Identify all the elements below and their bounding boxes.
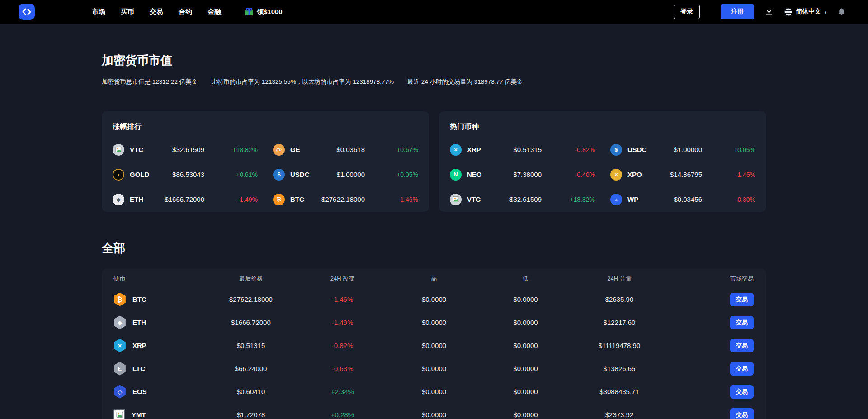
coin-price: $14.86795 — [670, 171, 702, 178]
wp-icon: ▲ — [610, 194, 622, 205]
coin-symbol: USDC — [627, 146, 647, 153]
nav-item-market[interactable]: 市场 — [92, 8, 105, 16]
high-value: $0.0000 — [389, 388, 479, 395]
trade-button[interactable]: 交易 — [730, 362, 754, 376]
summary-cards: 涨幅排行 VTC $32.61509 +18.82% — [102, 111, 766, 212]
download-app-button[interactable] — [765, 8, 773, 16]
coin-symbol: NEO — [467, 171, 482, 178]
volume-24h: $2373.92 — [572, 411, 667, 419]
card-title: 热门币种 — [450, 122, 755, 131]
coin-change: -0.82% — [542, 146, 595, 153]
eos-icon: ◇ — [113, 385, 126, 399]
chevron-icon: ‹ — [824, 8, 827, 16]
coin-change: +0.67% — [365, 146, 418, 153]
coin-symbol: XPO — [627, 171, 642, 178]
high-value: $0.0000 — [389, 342, 479, 349]
ltc-icon: Ł — [113, 362, 126, 376]
last-price: $0.51315 — [206, 342, 296, 349]
col-high: 高 — [389, 275, 479, 283]
trade-button[interactable]: 交易 — [730, 385, 754, 399]
col-market-trade: 市场交易 — [667, 275, 766, 283]
coin-item[interactable]: × XPO $14.86795 -1.45% — [610, 162, 755, 187]
change-24h: +0.28% — [296, 411, 389, 419]
coin-price: $32.61509 — [509, 195, 542, 203]
notifications-button[interactable] — [838, 8, 845, 16]
trade-button[interactable]: 交易 — [730, 293, 754, 306]
nav-item-buy[interactable]: 买币 — [121, 8, 134, 16]
volume-24h: $2635.90 — [572, 295, 667, 303]
coin-item[interactable]: ◆ ETH $1666.72000 -1.49% — [113, 187, 258, 212]
table-row: ◆ ETH $1666.72000 -1.49% $0.0000 $0.0000… — [102, 311, 766, 334]
coin-change: +18.82% — [204, 146, 258, 153]
coin-change: -1.49% — [204, 196, 258, 203]
low-value: $0.0000 — [479, 319, 572, 326]
table-row: ◇ EOS $0.60410 +2.34% $0.0000 $0.0000 $3… — [102, 380, 766, 403]
table-row: Ł LTC $66.24000 -0.63% $0.0000 $0.0000 $… — [102, 357, 766, 380]
coin-symbol: BTC — [132, 295, 146, 303]
xpo-icon: × — [610, 169, 622, 181]
coin-symbol: USDC — [290, 171, 310, 178]
gold-icon: ● — [113, 169, 124, 181]
trade-button[interactable]: 交易 — [730, 339, 754, 352]
trade-button[interactable]: 交易 — [730, 316, 754, 329]
table-row: × XRP $0.51315 -0.82% $0.0000 $0.0000 $1… — [102, 334, 766, 357]
change-24h: -1.49% — [296, 319, 389, 326]
coin-item[interactable]: $ USDC $1.00000 +0.05% — [610, 137, 755, 162]
coin-item[interactable]: VTC $32.61509 +18.82% — [450, 187, 595, 212]
high-value: $0.0000 — [389, 319, 479, 326]
coin-change: -0.40% — [542, 171, 595, 178]
register-button[interactable]: 注册 — [721, 4, 754, 19]
btc-icon: ₿ — [273, 194, 285, 205]
btc-icon: ₿ — [113, 293, 126, 306]
coin-symbol: YMT — [132, 411, 146, 419]
language-selector[interactable]: 简体中文 ‹ — [784, 8, 827, 16]
coin-item[interactable]: @ GE $0.03618 +0.67% — [273, 137, 418, 162]
volume-24h: $13826.65 — [572, 365, 667, 372]
col-last-price: 最后价格 — [206, 275, 296, 283]
table-row: ₿ BTC $27622.18000 -1.46% $0.0000 $0.000… — [102, 288, 766, 311]
coin-item[interactable]: ▲ WP $0.03456 -0.30% — [610, 187, 755, 212]
last-price: $66.24000 — [206, 365, 296, 372]
bonus-link[interactable]: 领$1000 — [245, 7, 283, 16]
col-24h-change: 24H 改变 — [296, 275, 389, 283]
hot-coins-grid: × XRP $0.51315 -0.82% $ USDC — [450, 137, 755, 212]
volume-24h: $12217.60 — [572, 319, 667, 326]
gainers-grid: VTC $32.61509 +18.82% @ GE $0.03618 +0.6… — [113, 137, 418, 212]
low-value: $0.0000 — [479, 342, 572, 349]
coin-item[interactable]: VTC $32.61509 +18.82% — [113, 137, 258, 162]
table-body: ₿ BTC $27622.18000 -1.46% $0.0000 $0.000… — [102, 288, 766, 419]
market-table: 硬币 最后价格 24H 改变 高 低 24H 音量 市场交易 ₿ BTC — [102, 269, 766, 419]
coin-item[interactable]: ● GOLD $86.53043 +0.61% — [113, 162, 258, 187]
coin-item[interactable]: $ USDC $1.00000 +0.05% — [273, 162, 418, 187]
coin-symbol: LTC — [132, 365, 145, 372]
coin-symbol: WP — [627, 195, 638, 203]
logo[interactable] — [19, 4, 35, 20]
code-brackets-icon — [22, 8, 32, 15]
coin-symbol: ETH — [130, 195, 143, 203]
coin-price: $0.03618 — [336, 146, 365, 153]
bell-icon — [838, 8, 845, 16]
nav-links: 市场 买币 交易 合约 金融 领$1000 — [92, 7, 283, 16]
xrp-icon: × — [113, 339, 126, 352]
last-price: $0.60410 — [206, 388, 296, 395]
coin-symbol: VTC — [467, 195, 481, 203]
download-icon — [765, 8, 773, 16]
xrp-icon: × — [450, 144, 462, 156]
login-button[interactable]: 登录 — [674, 5, 700, 19]
table-header: 硬币 最后价格 24H 改变 高 低 24H 音量 市场交易 — [102, 270, 766, 288]
coin-item[interactable]: ₿ BTC $27622.18000 -1.46% — [273, 187, 418, 212]
coin-price: $0.51315 — [513, 146, 542, 153]
row-coin-cell: × XRP — [102, 339, 206, 352]
col-low: 低 — [479, 275, 572, 283]
coin-item[interactable]: × XRP $0.51315 -0.82% — [450, 137, 595, 162]
nav-item-contract[interactable]: 合约 — [179, 8, 192, 16]
ymt-icon — [113, 409, 125, 419]
section-title-all: 全部 — [102, 241, 766, 255]
nav-item-finance[interactable]: 金融 — [208, 8, 221, 16]
coin-item[interactable]: N NEO $7.38000 -0.40% — [450, 162, 595, 187]
high-value: $0.0000 — [389, 295, 479, 303]
coin-price: $27622.18000 — [321, 195, 365, 203]
nav-item-trade[interactable]: 交易 — [150, 8, 163, 16]
coin-price: $1666.72000 — [165, 195, 204, 203]
trade-button[interactable]: 交易 — [730, 408, 754, 419]
